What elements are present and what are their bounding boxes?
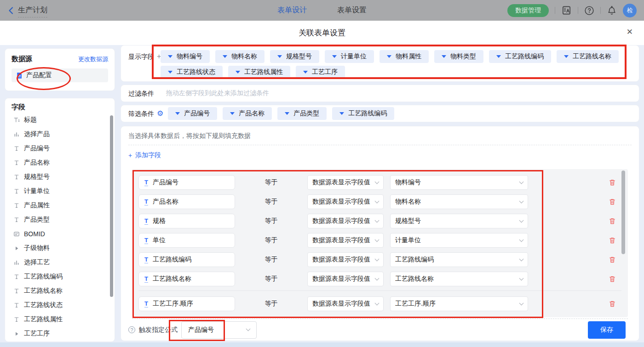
sidebar-field-item[interactable]: 规格型号 [12,170,108,184]
sidebar-field-item[interactable]: 选择产品 [12,127,108,141]
target-field-input[interactable]: T 单位 [138,233,235,248]
source-field-select[interactable]: 规格型号 [390,214,528,228]
source-field-select[interactable]: 工艺路线编码 [390,252,528,267]
avatar[interactable]: 检 [623,4,637,17]
source-type-select[interactable]: 数据源表显示字段值 [307,296,384,311]
source-type-select[interactable]: 数据源表显示字段值 [307,194,384,209]
text-field-icon: T [144,199,148,205]
field-tag[interactable]: 规格型号 [270,50,319,63]
sidebar-field-item[interactable]: 产品名称 [12,155,108,170]
gear-icon[interactable]: ⚙ [157,110,163,117]
source-field-select[interactable]: 物料编号 [390,175,528,190]
source-field-select[interactable]: 工艺路线名称 [390,272,528,286]
sidebar-field-label: 产品编号 [24,144,50,153]
field-tag[interactable]: 工艺工序 [296,66,345,79]
source-type-select[interactable]: 数据源表显示字段值 [307,252,384,267]
text-icon [13,202,20,209]
help-icon[interactable] [584,6,594,16]
field-tag[interactable]: 工艺路线名称 [557,50,619,63]
change-datasource-link[interactable]: 更改数据源 [78,55,108,63]
caret-down-icon [442,55,446,58]
trigger-field-select[interactable]: 产品编号 [181,321,257,339]
trash-icon[interactable] [609,198,616,205]
translate-book-icon[interactable] [561,5,572,16]
field-tag[interactable]: 物料类型 [434,50,483,63]
target-field-input[interactable]: T 规格 [138,214,235,228]
source-type-select[interactable]: 数据源表显示字段值 [307,272,384,286]
tab-form-design[interactable]: 表单设计 [277,6,307,15]
sidebar-field-item[interactable]: 产品类型 [12,212,108,227]
data-manage-button[interactable]: 数据管理 [507,4,549,17]
field-tag[interactable]: 工艺路线编码 [489,50,551,63]
screening-label: 筛选条件 [128,107,154,120]
filter-dropzone-placeholder[interactable]: 拖动左侧字段到此处来添加过滤条件 [166,89,269,97]
field-tag[interactable]: 物料编号 [161,50,210,63]
close-icon[interactable]: ✕ [627,28,633,36]
caret-down-icon [168,55,172,58]
target-field-input[interactable]: T 工艺路线编码 [138,252,235,267]
target-field-input[interactable]: T 工艺工序.顺序 [138,296,235,311]
operator-label: 等于 [235,275,307,283]
field-tag[interactable]: 工艺路线属性 [228,66,290,79]
add-field-link[interactable]: +添加字段 [128,151,161,159]
field-tag[interactable]: 产品编号 [168,107,217,120]
save-button[interactable]: 保存 [588,321,626,339]
sidebar-field-item[interactable]: 工艺路线状态 [12,298,108,312]
source-type-select[interactable]: 数据源表显示字段值 [307,233,384,248]
source-type-select[interactable]: 数据源表显示字段值 [307,214,384,228]
target-field-input[interactable]: T 产品名称 [138,194,235,209]
text-field-icon: T [144,218,148,225]
chevron-down-icon [519,237,524,242]
datasource-item[interactable]: 产品配置 [12,68,108,82]
sidebar-field-item[interactable]: 工艺工序 [12,326,108,341]
field-tag[interactable]: 计量单位 [325,50,374,63]
tab-form-settings[interactable]: 表单设置 [337,6,367,15]
sidebar-field-item[interactable]: 工艺路线编码 [12,269,108,284]
sidebar-field-item[interactable]: 产品属性 [12,198,108,212]
table-scrollbar[interactable] [621,171,625,254]
trigger-field-value: 产品编号 [188,326,214,334]
target-field-input[interactable]: T 工艺路线名称 [138,272,235,286]
sidebar-field-item[interactable]: 选择工艺 [12,255,108,269]
source-field-select[interactable]: 计量单位 [390,233,528,248]
sidebar-field-item[interactable]: 子级物料 [12,241,108,255]
trash-icon[interactable] [609,217,616,225]
trash-icon[interactable] [609,179,616,186]
tag-label: 物料编号 [177,52,202,61]
source-type-select[interactable]: 数据源表显示字段值 [307,175,384,190]
sidebar-field-item[interactable]: 标题 [12,113,108,127]
source-field-select[interactable]: 物料名称 [390,194,528,209]
tag-label: 工艺路线状态 [177,68,215,76]
source-type-value: 数据源表显示字段值 [312,178,370,187]
trash-icon[interactable] [609,256,616,263]
fields-scrollbar[interactable] [110,115,113,297]
target-field-label: 工艺路线编码 [153,256,191,264]
caret-down-icon [230,112,235,115]
tag-label: 物料类型 [450,52,476,61]
sidebar-field-item[interactable]: 产品编号 [12,141,108,155]
chevron-down-icon [519,179,524,184]
source-field-select[interactable]: 工艺工序.顺序 [390,296,528,311]
document-icon [16,72,23,79]
help-circle-icon[interactable]: ? [128,326,135,333]
sidebar-field-item[interactable]: BOMID [12,227,108,241]
sidebar-field-item[interactable]: 计量单位 [12,184,108,198]
field-tag[interactable]: 产品名称 [223,107,272,120]
trash-icon[interactable] [609,275,616,283]
trash-icon[interactable] [609,237,616,244]
bell-icon[interactable] [607,6,617,16]
field-tag[interactable]: 工艺路线编码 [332,107,394,120]
sidebar-field-item[interactable]: 工艺路线名称 [12,284,108,298]
field-tag[interactable]: 物料属性 [380,50,429,63]
datasource-item-label: 产品配置 [26,71,52,80]
field-tag[interactable]: 产品类型 [277,107,327,120]
operator-label: 等于 [235,178,307,187]
trash-icon[interactable] [609,300,616,307]
mapping-row: T 产品编号 等于 数据源表显示字段值 物料编号 [132,173,628,192]
target-field-input[interactable]: T 产品编号 [138,175,235,190]
field-tag[interactable]: 物料名称 [215,50,264,63]
filter-label: 过滤条件 [128,87,154,100]
sidebar-field-label: 工艺路线名称 [24,287,63,295]
field-tag[interactable]: 工艺路线状态 [161,66,223,79]
sidebar-field-item[interactable]: 工艺路线属性 [12,312,108,326]
